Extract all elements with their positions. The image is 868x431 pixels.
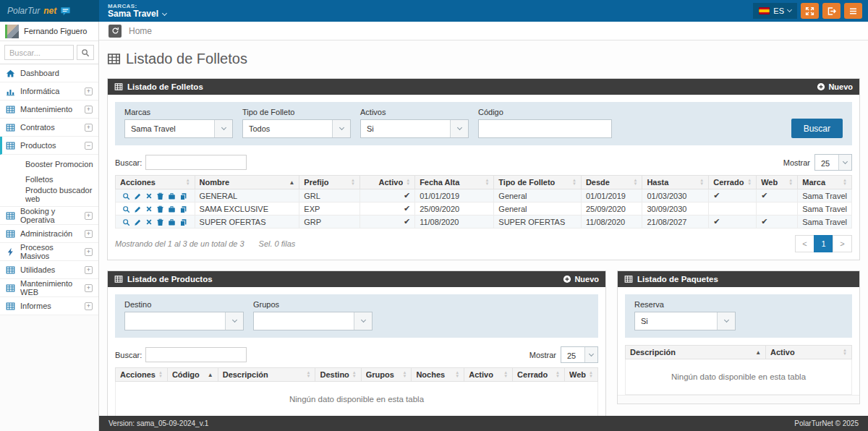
fullscreen-button[interactable]	[801, 3, 819, 19]
buscar-button[interactable]: Buscar	[791, 119, 843, 138]
col-header-activo[interactable]: Activo	[766, 346, 852, 359]
productos-quick-search-input[interactable]	[145, 347, 247, 362]
grupos-select[interactable]	[253, 312, 373, 330]
expand-plus-icon[interactable]: +	[85, 124, 93, 132]
delete-icon[interactable]	[145, 205, 153, 213]
sidebar-item-administracion[interactable]: Administración +	[0, 225, 98, 243]
col-header-nombre[interactable]: Nombre	[195, 176, 299, 189]
tipo-folleto-select[interactable]: Todos	[242, 119, 351, 138]
sidebar-item-label: Mantenimiento WEB	[20, 279, 80, 296]
menu-toggle-button[interactable]	[844, 3, 862, 19]
col-header-cerrado[interactable]: Cerrado	[513, 368, 565, 382]
col-header-cerrado[interactable]: Cerrado	[709, 176, 757, 189]
refresh-button[interactable]	[109, 25, 122, 38]
language-selector[interactable]: ES	[753, 3, 797, 19]
trash-icon[interactable]	[156, 205, 164, 213]
sidebar-search-input[interactable]	[4, 45, 74, 60]
sidebar-item-contratos[interactable]: Contratos +	[0, 119, 98, 137]
col-header-tipo-de-folleto[interactable]: Tipo de Folleto	[494, 176, 582, 189]
expand-plus-icon[interactable]: +	[85, 106, 93, 114]
col-header-acciones[interactable]: Acciones	[116, 176, 195, 189]
logout-button[interactable]	[822, 3, 841, 19]
edit-icon[interactable]	[134, 218, 142, 226]
view-icon[interactable]	[122, 192, 130, 200]
expand-plus-icon[interactable]: +	[85, 248, 93, 256]
expand-plus-icon[interactable]: +	[85, 284, 93, 292]
col-header-web[interactable]: Web	[565, 368, 598, 382]
empty-message: Ningún dato disponible en esta tabla	[626, 359, 852, 395]
col-header-marca[interactable]: Marca	[798, 176, 852, 189]
prev-page-button[interactable]: <	[795, 235, 814, 252]
breadcrumb-home[interactable]: Home	[129, 26, 152, 36]
sidebar-item-booking-y-operativa[interactable]: Booking y Operativa +	[0, 207, 98, 225]
edit-icon[interactable]	[134, 192, 142, 200]
col-header-activo[interactable]: Activo	[359, 176, 414, 189]
col-header-destino[interactable]: Destino	[315, 368, 361, 382]
view-icon[interactable]	[122, 218, 130, 226]
col-header-descripcion[interactable]: Descripción	[218, 368, 315, 382]
expand-plus-icon[interactable]: +	[85, 212, 93, 220]
sidebar-search-button[interactable]	[77, 45, 94, 60]
trash-icon[interactable]	[156, 218, 164, 226]
view-icon[interactable]	[122, 205, 130, 213]
user-profile[interactable]: Fernando Figuero	[0, 22, 98, 41]
briefcase-icon[interactable]	[168, 205, 176, 213]
sort-icon	[186, 179, 190, 186]
page-size-select[interactable]: 25	[561, 346, 598, 363]
trash-icon[interactable]	[156, 192, 164, 200]
sidebar-subitem-folletos[interactable]: Folletos	[0, 171, 98, 187]
expand-plus-icon[interactable]: +	[85, 302, 93, 310]
col-header-hasta[interactable]: Hasta	[642, 176, 709, 189]
marcas-select[interactable]: Sama Travel	[124, 119, 233, 138]
app-logo[interactable]: PolarTurnet	[0, 0, 99, 22]
briefcase-icon[interactable]	[168, 218, 176, 226]
briefcase-icon[interactable]	[168, 192, 176, 200]
col-header-codigo[interactable]: Código	[167, 368, 218, 382]
page-title: Listado de Folletos	[107, 51, 860, 67]
sidebar-item-informatica[interactable]: Informática +	[0, 82, 98, 101]
col-header-grupos[interactable]: Grupos	[361, 368, 412, 382]
col-header-acciones[interactable]: Acciones	[116, 368, 168, 382]
edit-icon[interactable]	[134, 205, 142, 213]
sidebar-item-mantenimiento-web[interactable]: Mantenimiento WEB +	[0, 279, 98, 297]
destino-select[interactable]	[124, 312, 244, 330]
expand-plus-icon[interactable]: +	[85, 88, 93, 95]
page-size-select[interactable]: 25	[814, 154, 852, 171]
next-page-button[interactable]: >	[833, 235, 852, 252]
sidebar-item-procesos-masivos[interactable]: Procesos Masivos +	[0, 243, 98, 261]
col-header-prefijo[interactable]: Prefijo	[299, 176, 360, 189]
col-header-fecha-alta[interactable]: Fecha Alta	[415, 176, 494, 189]
codigo-input[interactable]	[478, 119, 612, 138]
sidebar-item-informes[interactable]: Informes +	[0, 297, 98, 315]
activos-select[interactable]: Si	[360, 119, 469, 138]
table-row[interactable]: SUPER OFERTAS GRP ✔ 11/08/2020 SUPER OFE…	[116, 216, 852, 229]
expand-plus-icon[interactable]: +	[85, 266, 93, 274]
collapse-minus-icon[interactable]: −	[85, 142, 93, 150]
sidebar-item-productos[interactable]: Productos −	[0, 137, 98, 155]
page-1-button[interactable]: 1	[814, 235, 833, 252]
col-header-noches[interactable]: Noches	[412, 368, 464, 382]
col-header-desde[interactable]: Desde	[581, 176, 642, 189]
delete-icon[interactable]	[145, 218, 153, 226]
brand-selector[interactable]: MARCAS: Sama Travel	[99, 0, 175, 22]
sidebar-subitem-booster-promocion[interactable]: Booster Promocion	[0, 156, 98, 171]
table-row[interactable]: GENERAL GRL ✔ 01/01/2019 General 01/01/2…	[116, 189, 852, 202]
nuevo-producto-button[interactable]: Nuevo	[563, 275, 599, 283]
table-row[interactable]: SAMA EXCLUSIVE EXP ✔ 25/09/2020 General …	[116, 202, 852, 216]
copy-icon[interactable]	[179, 192, 187, 200]
sidebar-subitem-producto-buscador-web[interactable]: Producto buscador web	[0, 187, 98, 202]
delete-icon[interactable]	[145, 192, 153, 200]
sidebar-item-dashboard[interactable]: Dashboard	[0, 64, 98, 82]
sidebar-item-mantenimiento[interactable]: Mantenimiento +	[0, 101, 98, 119]
copy-icon[interactable]	[179, 205, 187, 213]
copy-icon[interactable]	[179, 218, 187, 226]
col-header-descripcion[interactable]: Descripción	[626, 346, 766, 359]
col-header-web[interactable]: Web	[757, 176, 798, 189]
expand-plus-icon[interactable]: +	[85, 230, 93, 238]
sidebar-item-utilidades[interactable]: Utilidades +	[0, 261, 98, 279]
col-header-activo[interactable]: Activo	[464, 368, 513, 382]
reserva-select[interactable]: Si	[634, 312, 736, 330]
nuevo-folleto-button[interactable]: Nuevo	[817, 82, 853, 91]
sort-icon	[589, 371, 593, 378]
folletos-quick-search-input[interactable]	[145, 155, 247, 170]
